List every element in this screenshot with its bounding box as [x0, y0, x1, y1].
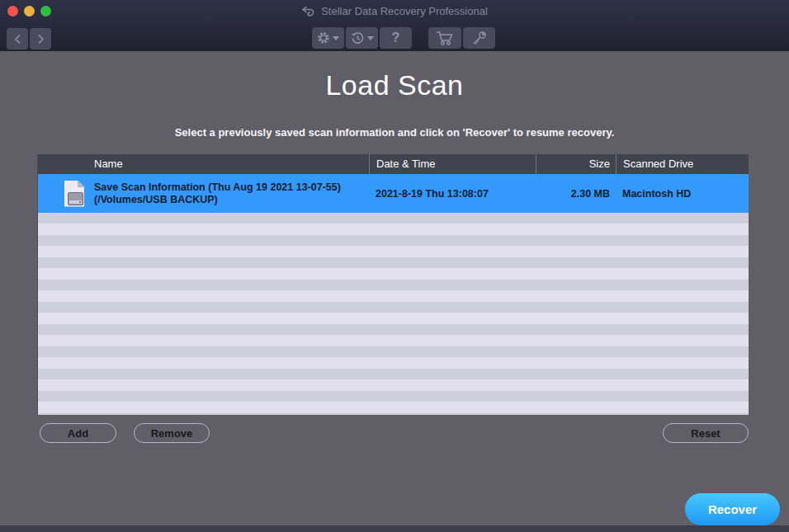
chevron-right-icon — [37, 34, 45, 45]
scan-file-icon — [64, 181, 84, 207]
shopping-cart-icon — [436, 31, 454, 46]
chevron-left-icon — [14, 34, 21, 45]
add-button[interactable]: Add — [40, 423, 116, 443]
column-header-date-time[interactable]: Date & Time — [369, 154, 536, 174]
column-header-size[interactable]: Size — [536, 154, 616, 174]
scan-drive-cell: Macintosh HD — [616, 188, 749, 200]
gear-icon — [317, 31, 330, 45]
buy-cart-button[interactable] — [428, 27, 461, 49]
recover-button[interactable]: Recover — [685, 493, 780, 525]
app-window: Stellar Data Recovery Professional — [0, 0, 789, 532]
column-header-name[interactable]: Name — [38, 154, 369, 174]
bottom-status-bar — [0, 525, 789, 532]
remove-button[interactable]: Remove — [134, 423, 210, 443]
activation-key-button[interactable] — [463, 27, 495, 49]
scan-size-cell: 2.30 MB — [536, 188, 616, 200]
key-icon — [471, 30, 488, 46]
dropdown-caret-icon — [367, 36, 374, 40]
history-clock-icon — [351, 31, 365, 45]
scan-name-cell: Save Scan Information (Thu Aug 19 2021 1… — [38, 181, 369, 207]
nav-back-button[interactable] — [7, 28, 28, 49]
question-mark-icon: ? — [392, 31, 400, 45]
page-title: Load Scan — [0, 69, 789, 101]
scan-name-text: Save Scan Information (Thu Aug 19 2021 1… — [94, 181, 341, 206]
reset-button[interactable]: Reset — [663, 423, 749, 443]
settings-menu-button[interactable] — [312, 27, 344, 49]
empty-table-rows — [38, 213, 749, 415]
title-and-toolbar: Stellar Data Recovery Professional — [0, 0, 789, 51]
page-subtitle: Select a previously saved scan informati… — [0, 126, 789, 139]
back-undo-icon — [301, 6, 315, 16]
help-button[interactable]: ? — [380, 27, 412, 49]
scan-date-cell: 2021-8-19 Thu 13:08:07 — [369, 188, 536, 200]
dropdown-caret-icon — [333, 36, 339, 40]
titlebar: Stellar Data Recovery Professional — [0, 0, 789, 22]
nav-forward-button[interactable] — [30, 28, 51, 49]
column-header-scanned-drive[interactable]: Scanned Drive — [616, 154, 749, 174]
table-row-selected[interactable]: Save Scan Information (Thu Aug 19 2021 1… — [38, 174, 749, 213]
recovery-history-menu-button[interactable] — [346, 27, 378, 49]
saved-scans-table: Name Date & Time Size Scanned Drive Save… — [37, 154, 749, 415]
app-title: Stellar Data Recovery Professional — [321, 5, 488, 17]
table-header-row: Name Date & Time Size Scanned Drive — [38, 154, 749, 174]
